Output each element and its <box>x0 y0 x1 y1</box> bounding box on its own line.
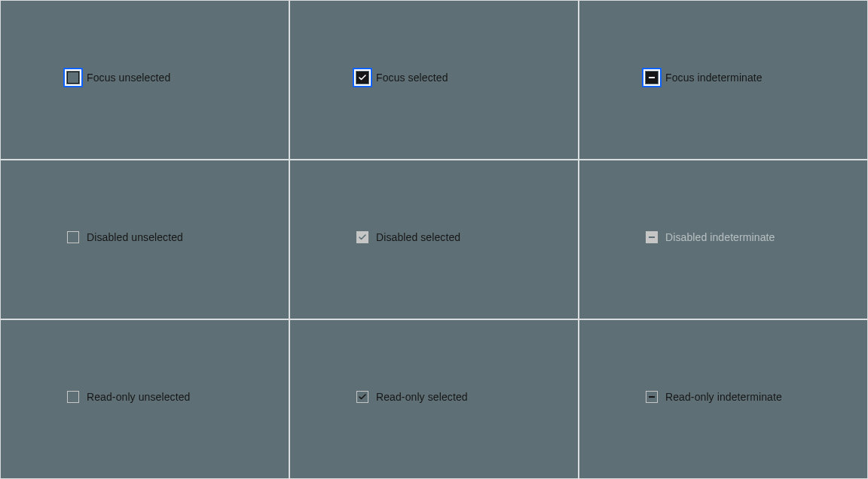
cell-readonly-indeterminate: Read-only indeterminate <box>579 319 868 479</box>
checkbox-focus-indeterminate[interactable]: Focus indeterminate <box>646 72 763 84</box>
checkbox-indeterminate-readonly-icon <box>646 391 658 403</box>
checkbox-label: Focus indeterminate <box>665 72 763 84</box>
cell-focus-unselected: Focus unselected <box>0 0 289 160</box>
checkbox-readonly-selected: Read-only selected <box>356 391 468 403</box>
checkbox-readonly-indeterminate: Read-only indeterminate <box>646 391 782 403</box>
cell-disabled-selected: Disabled selected <box>289 160 579 319</box>
cell-focus-indeterminate: Focus indeterminate <box>579 0 868 160</box>
checkbox-label: Read-only indeterminate <box>665 391 782 403</box>
cell-disabled-unselected: Disabled unselected <box>0 160 289 319</box>
checkbox-focus-selected[interactable]: Focus selected <box>356 72 448 84</box>
checkbox-selected-disabled-icon <box>356 231 368 243</box>
checkbox-selected-readonly-icon <box>356 391 368 403</box>
checkbox-label: Disabled selected <box>376 231 460 243</box>
checkbox-label: Focus selected <box>376 72 448 84</box>
checkbox-focus-unselected[interactable]: Focus unselected <box>67 72 170 84</box>
checkbox-unselected-disabled-icon <box>67 231 79 243</box>
checkbox-indeterminate-disabled-icon <box>646 231 658 243</box>
checkbox-readonly-unselected: Read-only unselected <box>67 391 190 403</box>
cell-readonly-unselected: Read-only unselected <box>0 319 289 479</box>
checkbox-indeterminate-focus-icon <box>646 72 658 84</box>
cell-readonly-selected: Read-only selected <box>289 319 579 479</box>
checkbox-label: Focus unselected <box>87 72 170 84</box>
checkbox-disabled-selected: Disabled selected <box>356 231 460 243</box>
checkbox-label: Read-only selected <box>376 391 468 403</box>
checkbox-label: Read-only unselected <box>87 391 190 403</box>
cell-focus-selected: Focus selected <box>289 0 579 160</box>
checkbox-label: Disabled unselected <box>87 231 183 243</box>
checkbox-disabled-indeterminate: Disabled indeterminate <box>646 231 775 243</box>
checkbox-selected-focus-icon <box>356 72 368 84</box>
checkbox-unselected-focus-icon <box>67 72 79 84</box>
checkbox-unselected-readonly-icon <box>67 391 79 403</box>
cell-disabled-indeterminate: Disabled indeterminate <box>579 160 868 319</box>
checkbox-label: Disabled indeterminate <box>665 231 775 243</box>
checkbox-disabled-unselected: Disabled unselected <box>67 231 183 243</box>
checkbox-states-grid: Focus unselected Focus selected Fo <box>0 0 868 479</box>
